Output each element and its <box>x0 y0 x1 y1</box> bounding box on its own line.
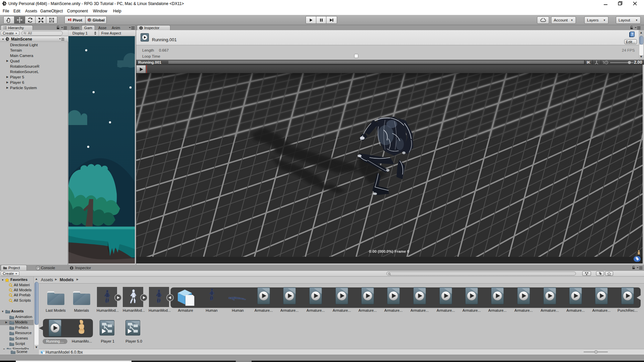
svg-text:0:00 (000.0%) Frame 0: 0:00 (000.0%) Frame 0 <box>369 249 409 253</box>
svg-text:?: ? <box>631 33 633 36</box>
